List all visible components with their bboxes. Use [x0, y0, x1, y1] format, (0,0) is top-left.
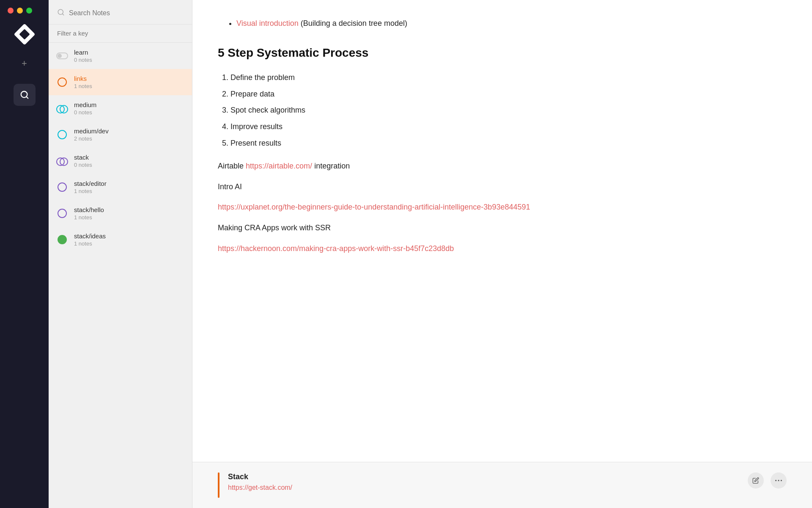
note-count: 0 notes [74, 162, 92, 168]
main-content: Visual introduction (Building a decision… [192, 0, 812, 508]
content-body: Visual introduction (Building a decision… [218, 17, 556, 255]
svg-point-4 [775, 480, 776, 481]
list-item[interactable]: stack/hello 1 notes [49, 200, 192, 226]
note-count: 1 notes [74, 240, 106, 247]
note-info: stack/editor 1 notes [74, 180, 107, 194]
note-count: 1 notes [74, 83, 92, 89]
search-icon [57, 8, 65, 18]
search-box [57, 8, 184, 18]
airtable-prefix: Airtable [218, 162, 246, 170]
note-info: learn 0 notes [74, 49, 92, 63]
circle-icon [58, 182, 67, 192]
step-item: Prepare data [230, 88, 556, 101]
step-item: Present results [230, 137, 556, 150]
filter-input[interactable] [57, 30, 184, 37]
logo-inner [19, 29, 30, 39]
steps-list: Define the problem Prepare data Spot che… [230, 71, 556, 149]
intro-ai-label: Intro AI [218, 180, 556, 193]
airtable-suffix: integration [312, 162, 350, 170]
app-logo [16, 25, 33, 43]
icon-sidebar: + [0, 0, 49, 508]
add-button[interactable]: + [17, 56, 32, 71]
note-icon-medium-dev [56, 129, 68, 141]
app: + [0, 0, 812, 508]
close-button[interactable] [8, 8, 14, 14]
note-icon-stack-editor [56, 181, 68, 193]
circle-icon [58, 235, 67, 244]
intro-ai-link[interactable]: https://uxplanet.org/the-beginners-guide… [218, 203, 530, 211]
list-item[interactable]: medium/dev 2 notes [49, 121, 192, 148]
search-nav-button[interactable] [14, 84, 36, 106]
svg-point-6 [781, 480, 782, 481]
note-name: stack [74, 154, 92, 161]
toggle-icon [56, 52, 68, 59]
note-card-title: Stack [228, 472, 292, 481]
section-heading: 5 Step Systematic Process [218, 43, 556, 63]
note-name: stack/ideas [74, 232, 106, 240]
circle-icon [58, 209, 67, 218]
making-cra-link-para: https://hackernoon.com/making-cra-apps-w… [218, 242, 556, 255]
more-options-button[interactable] [771, 472, 787, 489]
note-count: 2 notes [74, 135, 109, 142]
note-info: medium/dev 2 notes [74, 127, 109, 142]
note-info: stack/hello 1 notes [74, 206, 104, 221]
note-count: 0 notes [74, 109, 96, 116]
note-card-left: Stack https://get-stack.com/ [218, 472, 292, 498]
note-name: medium [74, 101, 96, 108]
orange-bar [218, 472, 219, 498]
maximize-button[interactable] [26, 8, 32, 14]
svg-line-1 [26, 97, 28, 98]
svg-line-3 [62, 14, 63, 15]
notes-sidebar: learn 0 notes links 1 notes [49, 0, 192, 508]
note-name: learn [74, 49, 92, 56]
step-item: Define the problem [230, 71, 556, 84]
circle-icon [58, 130, 67, 139]
note-info: stack 0 notes [74, 154, 92, 168]
minimize-button[interactable] [17, 8, 23, 14]
step-item: Improve results [230, 120, 556, 133]
airtable-link[interactable]: https://airtable.com/ [246, 162, 312, 170]
list-item[interactable]: learn 0 notes [49, 43, 192, 69]
making-cra-link[interactable]: https://hackernoon.com/making-cra-apps-w… [218, 244, 454, 253]
bullet-suffix: (Building a decision tree model) [301, 19, 407, 28]
list-item[interactable]: links 1 notes [49, 69, 192, 95]
making-cra-label: Making CRA Apps work with SSR [218, 221, 556, 235]
logo-diamond [14, 24, 35, 45]
list-item[interactable]: stack/ideas 1 notes [49, 226, 192, 253]
svg-point-5 [778, 480, 779, 481]
bullet-item: Visual introduction (Building a decision… [236, 17, 556, 30]
note-icon-stack-ideas [56, 234, 68, 246]
note-card: Stack https://get-stack.com/ [192, 462, 812, 508]
note-card-actions [748, 472, 787, 489]
intro-ai-link-para: https://uxplanet.org/the-beginners-guide… [218, 201, 556, 214]
list-item[interactable]: stack/editor 1 notes [49, 174, 192, 200]
visual-intro-link[interactable]: Visual introduction [236, 19, 299, 28]
note-icon-learn [56, 50, 68, 62]
note-name: stack/hello [74, 206, 104, 213]
double-circle-icon [56, 157, 68, 164]
list-item[interactable]: stack 0 notes [49, 148, 192, 174]
notes-list: learn 0 notes links 1 notes [49, 43, 192, 508]
note-card-content: Stack https://get-stack.com/ [228, 472, 292, 498]
note-name: links [74, 75, 92, 82]
double-circle-icon [56, 105, 68, 112]
note-info: medium 0 notes [74, 101, 96, 116]
note-name: medium/dev [74, 127, 109, 135]
note-icon-stack [56, 155, 68, 167]
circle-icon [58, 77, 67, 87]
note-name: stack/editor [74, 180, 107, 187]
search-container [49, 0, 192, 25]
airtable-paragraph: Airtable https://airtable.com/ integrati… [218, 160, 556, 173]
list-item[interactable]: medium 0 notes [49, 95, 192, 121]
filter-container [49, 25, 192, 43]
note-count: 1 notes [74, 214, 104, 221]
note-info: links 1 notes [74, 75, 92, 89]
note-icon-links [56, 76, 68, 88]
titlebar [8, 8, 32, 14]
edit-button[interactable] [748, 472, 764, 489]
note-card-link[interactable]: https://get-stack.com/ [228, 484, 292, 491]
note-count: 0 notes [74, 57, 92, 63]
search-input[interactable] [69, 9, 184, 17]
note-count: 1 notes [74, 188, 107, 194]
note-info: stack/ideas 1 notes [74, 232, 106, 247]
